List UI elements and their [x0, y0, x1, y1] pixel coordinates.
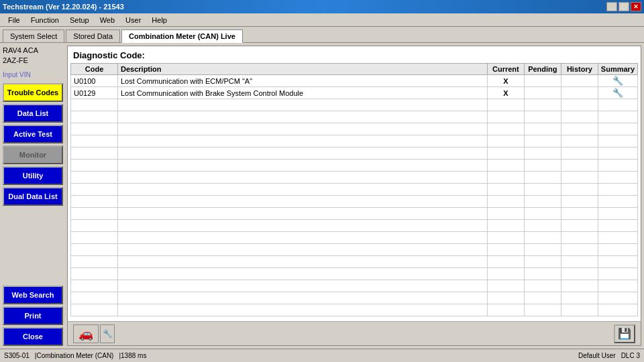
cell-summary [598, 160, 637, 172]
cell-pending [524, 123, 561, 135]
col-header-summary: Summary [598, 64, 637, 75]
cell-history [561, 196, 598, 208]
footer-user: Default User [578, 352, 616, 359]
cell-history [561, 304, 598, 316]
tab-system-select[interactable]: System Select [3, 29, 64, 42]
cell-description: Lost Communication with Brake System Con… [118, 87, 488, 99]
cell-code: U0100 [71, 75, 118, 87]
menu-file[interactable]: File [3, 15, 25, 25]
cell-description [118, 304, 488, 316]
menu-function[interactable]: Function [25, 15, 64, 25]
cell-code [71, 147, 118, 160]
table-row [71, 256, 638, 268]
close-button-sidebar[interactable]: Close [3, 327, 63, 346]
cell-pending [524, 147, 561, 160]
col-header-history: History [561, 64, 598, 75]
table-row [71, 135, 638, 147]
cell-pending [524, 99, 561, 111]
cell-code [71, 172, 118, 184]
cell-pending [524, 172, 561, 184]
table-row [71, 196, 638, 208]
web-search-button[interactable]: Web Search [3, 286, 63, 304]
cell-description [118, 111, 488, 123]
cell-current [487, 196, 524, 208]
menu-user[interactable]: User [120, 15, 146, 25]
data-list-button[interactable]: Data List [3, 104, 63, 123]
menu-help[interactable]: Help [146, 15, 172, 25]
window-controls[interactable]: _ □ ✕ [606, 2, 641, 11]
car-diagnostic-icon[interactable]: 🚗 🔧 [73, 324, 115, 343]
cell-history [561, 160, 598, 172]
cell-history [561, 87, 598, 99]
save-button[interactable]: 💾 [614, 324, 635, 343]
cell-history [561, 123, 598, 135]
cell-current [487, 184, 524, 196]
cell-summary [598, 184, 637, 196]
table-row [71, 172, 638, 184]
cell-pending [524, 244, 561, 256]
cell-history [561, 147, 598, 160]
cell-description [118, 244, 488, 256]
cell-current [487, 244, 524, 256]
cell-history [561, 280, 598, 292]
cell-code: U0129 [71, 87, 118, 99]
title-bar: Techstream (Ver 12.20.024) - 21543 _ □ ✕ [0, 0, 644, 13]
cell-summary [598, 244, 637, 256]
footer-time: |1388 ms [119, 352, 146, 359]
cell-code [71, 292, 118, 304]
cell-code [71, 135, 118, 147]
footer-left: S305-01 |Combination Meter (CAN) |1388 m… [4, 352, 146, 359]
close-button[interactable]: ✕ [631, 2, 641, 11]
cell-history [561, 184, 598, 196]
table-row [71, 160, 638, 172]
cell-summary [598, 135, 637, 147]
cell-pending [524, 196, 561, 208]
cell-history [561, 99, 598, 111]
cell-pending [524, 268, 561, 280]
cell-current [487, 147, 524, 160]
cell-description [118, 99, 488, 111]
cell-code [71, 99, 118, 111]
cell-description [118, 196, 488, 208]
cell-current [487, 280, 524, 292]
cell-description [118, 208, 488, 220]
trouble-codes-button[interactable]: Trouble Codes [3, 83, 63, 102]
print-button[interactable]: Print [3, 306, 63, 325]
cell-pending [524, 220, 561, 232]
cell-history [561, 111, 598, 123]
table-row: U0129Lost Communication with Brake Syste… [71, 87, 638, 99]
monitor-button: Monitor [3, 145, 63, 164]
cell-summary [598, 256, 637, 268]
minimize-button[interactable]: _ [606, 2, 617, 11]
cell-pending [524, 87, 561, 99]
active-test-button[interactable]: Active Test [3, 125, 63, 143]
utility-button[interactable]: Utility [3, 166, 63, 185]
menu-bar: File Function Setup Web User Help [0, 13, 644, 27]
cell-description [118, 268, 488, 280]
tab-combination-meter[interactable]: Combination Meter (CAN) Live [121, 29, 243, 43]
cell-pending [524, 280, 561, 292]
cell-summary [598, 99, 637, 111]
tab-stored-data[interactable]: Stored Data [66, 29, 120, 42]
cell-history [561, 268, 598, 280]
cell-current [487, 172, 524, 184]
cell-history [561, 172, 598, 184]
menu-setup[interactable]: Setup [64, 15, 95, 25]
table-row [71, 292, 638, 304]
dual-data-list-button[interactable]: Dual Data List [3, 187, 63, 206]
cell-pending [524, 75, 561, 87]
maximize-button[interactable]: □ [619, 2, 629, 11]
cell-description [118, 123, 488, 135]
cell-history [561, 256, 598, 268]
cell-description [118, 160, 488, 172]
cell-description [118, 184, 488, 196]
cell-code [71, 184, 118, 196]
cell-description [118, 135, 488, 147]
table-row [71, 184, 638, 196]
input-vin-label: Input VIN [3, 71, 64, 78]
menu-web[interactable]: Web [95, 15, 120, 25]
diagnostic-table-wrapper[interactable]: Code Description Current Pending History… [70, 63, 638, 318]
cell-description [118, 220, 488, 232]
cell-code [71, 280, 118, 292]
table-row: U0100Lost Communication with ECM/PCM "A"… [71, 75, 638, 87]
